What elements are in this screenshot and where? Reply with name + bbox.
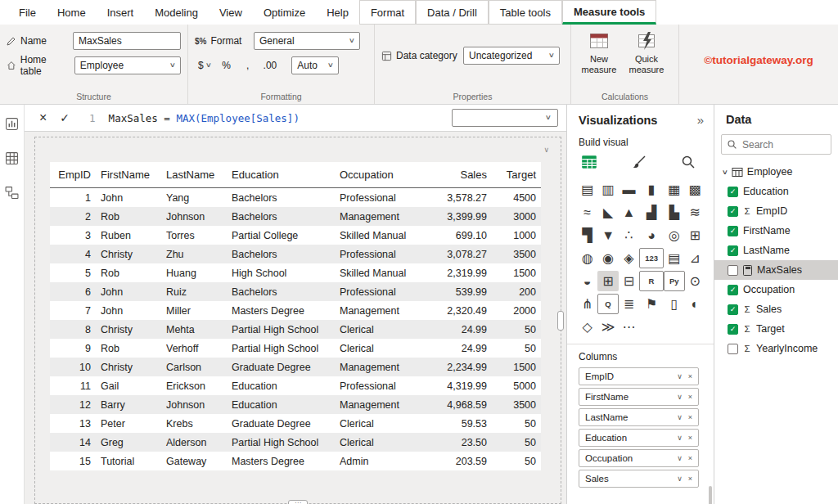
visual-more-options-icon[interactable]: ∨ bbox=[543, 146, 549, 154]
measure-name-input[interactable] bbox=[73, 32, 181, 50]
table-row[interactable]: 11GailEricksonEducationProfessional4,319… bbox=[50, 376, 541, 395]
ribbon-tab-home[interactable]: Home bbox=[47, 0, 97, 25]
remove-field-icon[interactable]: × bbox=[688, 475, 692, 483]
field-item-target[interactable]: ✓ΣTarget bbox=[714, 319, 838, 339]
table-row[interactable]: 2RobJohnsonBachelorsManagement3,399.9930… bbox=[50, 207, 541, 226]
table-visual-container[interactable]: ∨ EmpIDFirstNameLastNameEducationOccupat… bbox=[34, 137, 561, 504]
table-row[interactable]: 4ChristyZhuBachelorsProfessional3,078.27… bbox=[50, 245, 541, 263]
table-row[interactable]: 3RubenTorresPartial CollegeSkilled Manua… bbox=[50, 226, 541, 245]
clustered-column-chart-icon[interactable]: ▮ bbox=[639, 179, 664, 200]
field-item-maxsales[interactable]: MaxSales bbox=[714, 260, 838, 280]
ribbon-tab-data-drill[interactable]: Data / Drill bbox=[416, 0, 489, 25]
more-visuals-icon[interactable]: ⋯ bbox=[619, 317, 639, 337]
waterfall-chart-icon[interactable]: ▜ bbox=[577, 225, 597, 245]
field-checkbox[interactable]: ✓ bbox=[728, 226, 738, 236]
kpi-icon[interactable]: ⊿ bbox=[685, 248, 705, 268]
table-row[interactable]: 15TutorialGatewayMasters DegreeAdmin203.… bbox=[50, 452, 541, 470]
decomposition-tree-icon[interactable]: ⋔ bbox=[577, 294, 597, 314]
filled-map-icon[interactable]: ◉ bbox=[597, 248, 618, 268]
field-checkbox[interactable]: ✓ bbox=[728, 324, 738, 335]
report-view-icon[interactable] bbox=[5, 116, 20, 131]
table-row[interactable]: 8ChristyMehtaPartial High SchoolClerical… bbox=[50, 320, 541, 339]
analytics-icon[interactable] bbox=[680, 154, 696, 170]
field-item-empid[interactable]: ✓ΣEmpID bbox=[714, 201, 838, 221]
format-visual-icon[interactable] bbox=[631, 154, 647, 170]
stacked-area-chart-icon[interactable]: ▲ bbox=[619, 202, 639, 223]
table-row[interactable]: 13PeterKrebsGraduate DegreeClerical59.53… bbox=[50, 414, 541, 433]
home-table-dropdown[interactable]: Employee ∨ bbox=[74, 56, 181, 74]
clustered-bar-chart-icon[interactable]: ▬ bbox=[619, 179, 639, 200]
hundred-percent-stacked-bar-chart-icon[interactable]: ▦ bbox=[664, 179, 685, 200]
ribbon-tab-insert[interactable]: Insert bbox=[97, 0, 145, 25]
area-chart-icon[interactable]: ◣ bbox=[597, 202, 618, 223]
field-checkbox[interactable]: ✓ bbox=[728, 285, 738, 295]
power-automate-visual-icon[interactable]: ≫ bbox=[597, 317, 618, 337]
new-measure-button[interactable]: New measure bbox=[576, 29, 622, 89]
remove-field-icon[interactable]: × bbox=[688, 454, 692, 462]
resize-handle-right[interactable] bbox=[557, 311, 564, 331]
chevron-down-icon[interactable]: ∨ bbox=[677, 372, 683, 380]
field-item-sales[interactable]: ✓ΣSales bbox=[714, 299, 838, 319]
scatter-chart-icon[interactable]: ∴ bbox=[619, 225, 639, 245]
format-dropdown[interactable]: General ∨ bbox=[254, 32, 360, 50]
commit-formula-icon[interactable]: ✓ bbox=[60, 112, 70, 124]
ribbon-tab-table-tools[interactable]: Table tools bbox=[489, 0, 562, 25]
field-item-education[interactable]: ✓Education bbox=[714, 182, 838, 201]
ribbon-tab-optimize[interactable]: Optimize bbox=[253, 0, 316, 25]
field-checkbox[interactable]: ✓ bbox=[728, 245, 738, 256]
ribbon-tab-modeling[interactable]: Modeling bbox=[144, 0, 209, 25]
multi-row-card-icon[interactable]: ▤ bbox=[664, 248, 685, 268]
decimal-places-dropdown[interactable]: Auto ∨ bbox=[291, 56, 339, 74]
key-influencers-icon[interactable]: ⊙ bbox=[685, 271, 705, 291]
field-checkbox[interactable] bbox=[728, 344, 738, 354]
table-row[interactable]: 14GregAldersonPartial High SchoolClerica… bbox=[50, 433, 541, 452]
field-item-yearlyincome[interactable]: ΣYearlyIncome bbox=[714, 339, 838, 358]
table-row[interactable]: 9RobVerhoffPartial High SchoolClerical24… bbox=[50, 339, 541, 358]
table-icon[interactable]: ⊞ bbox=[597, 271, 618, 291]
percent-format-button[interactable]: % bbox=[218, 56, 236, 74]
pie-chart-icon[interactable]: ◕ bbox=[639, 225, 664, 245]
remove-field-icon[interactable]: × bbox=[688, 372, 692, 380]
column-header-occupation[interactable]: Occupation bbox=[335, 162, 433, 188]
table-row[interactable]: 1JohnYangBachelorsProfessional3,578.2745… bbox=[50, 188, 541, 208]
field-checkbox[interactable]: ✓ bbox=[728, 206, 738, 217]
remove-field-icon[interactable]: × bbox=[688, 413, 692, 421]
collapse-pane-icon[interactable]: » bbox=[697, 113, 704, 127]
column-header-firstname[interactable]: FirstName bbox=[96, 162, 161, 188]
gauge-icon[interactable]: ◒ bbox=[577, 271, 597, 291]
matrix-icon[interactable]: ⊟ bbox=[619, 271, 639, 291]
column-header-lastname[interactable]: LastName bbox=[161, 162, 227, 188]
table-row[interactable]: 5RobHuangHigh SchoolSkilled Manual2,319.… bbox=[50, 263, 541, 282]
table-row[interactable]: 10ChristyCarlsonGraduate DegreeManagemen… bbox=[50, 358, 541, 376]
metrics-icon[interactable]: ⚑ bbox=[639, 294, 664, 314]
field-checkbox[interactable] bbox=[728, 265, 738, 276]
chevron-down-icon[interactable]: ∨ bbox=[677, 454, 683, 462]
donut-chart-icon[interactable]: ◎ bbox=[664, 225, 685, 245]
field-well-lastname[interactable]: LastName∨× bbox=[579, 408, 699, 426]
formula-bar-expand-dropdown[interactable]: ∨ bbox=[452, 109, 558, 127]
field-item-firstname[interactable]: ✓FirstName bbox=[714, 221, 838, 241]
ribbon-tab-measure-tools[interactable]: Measure tools bbox=[562, 0, 656, 25]
search-input[interactable] bbox=[742, 139, 826, 151]
q-and-a-icon[interactable]: Q bbox=[597, 294, 618, 314]
power-apps-visual-icon[interactable]: ◇ bbox=[577, 317, 597, 337]
line-and-stacked-column-chart-icon[interactable]: ▟ bbox=[639, 202, 664, 223]
ribbon-tab-help[interactable]: Help bbox=[316, 0, 359, 25]
table-tree-item-employee[interactable]: ∨ Employee bbox=[714, 155, 838, 182]
field-item-occupation[interactable]: ✓Occupation bbox=[714, 280, 838, 299]
ribbon-chart-icon[interactable]: ≋ bbox=[685, 202, 705, 223]
column-header-education[interactable]: Education bbox=[227, 162, 335, 188]
funnel-chart-icon[interactable]: ▼ bbox=[597, 225, 618, 245]
table-row[interactable]: 7JohnMillerMasters DegreeManagement2,320… bbox=[50, 301, 541, 320]
model-view-icon[interactable] bbox=[5, 185, 20, 200]
viz-pane-scrollbar[interactable] bbox=[709, 486, 712, 504]
column-header-target[interactable]: Target bbox=[492, 162, 541, 188]
thousands-separator-button[interactable]: , bbox=[239, 56, 257, 74]
field-item-lastname[interactable]: ✓LastName bbox=[714, 241, 838, 260]
cancel-formula-icon[interactable]: × bbox=[39, 111, 47, 124]
ribbon-tab-view[interactable]: View bbox=[209, 0, 253, 25]
field-well-occupation[interactable]: Occupation∨× bbox=[579, 449, 699, 467]
paginated-report-icon[interactable]: ▯ bbox=[664, 294, 685, 314]
stacked-bar-chart-icon[interactable]: ▤ bbox=[577, 179, 597, 200]
data-category-dropdown[interactable]: Uncategorized ∨ bbox=[463, 47, 560, 65]
